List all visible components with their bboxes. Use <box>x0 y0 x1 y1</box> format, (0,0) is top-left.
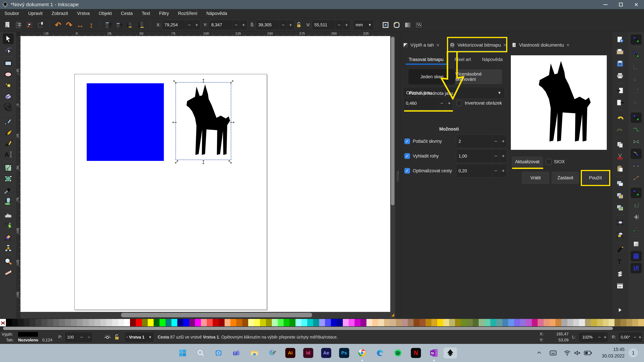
color-swatch[interactable] <box>567 319 573 326</box>
paste-icon[interactable] <box>615 164 625 174</box>
color-swatch[interactable] <box>431 319 437 326</box>
color-swatch[interactable] <box>384 319 390 326</box>
color-swatch[interactable] <box>426 319 431 326</box>
transform-pattern-toggle[interactable] <box>414 20 424 30</box>
siox-checkbox[interactable] <box>546 159 552 165</box>
color-swatch[interactable] <box>532 319 538 326</box>
menu-napoveda[interactable]: Nápověda <box>202 9 232 18</box>
ruler-corner[interactable] <box>16 32 20 36</box>
opacity-field[interactable]: 100 − + <box>64 332 93 343</box>
flip-vertical-icon[interactable]: ↕ <box>86 20 96 30</box>
color-swatch[interactable] <box>313 319 319 326</box>
apply-button[interactable]: Použít <box>582 171 608 184</box>
optimize-paths-checkbox[interactable]: ✓ <box>404 168 410 174</box>
color-swatch[interactable] <box>166 319 172 326</box>
rotate-ccw-icon[interactable]: ↶ <box>53 20 63 30</box>
color-swatch[interactable] <box>496 319 502 326</box>
teams-icon[interactable]: T <box>231 348 242 359</box>
color-swatch[interactable] <box>12 319 18 326</box>
tray-touch-keyboard-icon[interactable] <box>550 349 557 357</box>
horizontal-scrollbar[interactable] <box>20 312 390 318</box>
color-swatch[interactable] <box>106 319 112 326</box>
suppress-speckles-field[interactable]: 2 − + <box>456 134 507 148</box>
indesign-icon[interactable]: Id <box>303 348 314 359</box>
tray-battery-icon[interactable] <box>584 350 592 356</box>
snap-enable-toggle[interactable] <box>630 34 642 45</box>
color-swatch[interactable] <box>550 319 556 326</box>
color-swatch[interactable] <box>467 319 473 326</box>
selection-touch-icon[interactable] <box>36 20 46 30</box>
minimize-button[interactable] <box>598 0 613 9</box>
color-swatch[interactable] <box>626 319 632 326</box>
menu-objekt[interactable]: Objekt <box>94 9 116 18</box>
lock-ratio-icon[interactable] <box>296 22 302 28</box>
paint-icon[interactable] <box>267 348 278 359</box>
speckles-increment[interactable]: + <box>500 135 507 148</box>
menu-soubor[interactable]: Soubor <box>0 9 24 18</box>
x-increment[interactable]: + <box>193 20 200 30</box>
color-swatch[interactable] <box>219 319 224 326</box>
illustrator-icon[interactable]: Ai <box>285 348 296 359</box>
color-swatch[interactable] <box>420 319 426 326</box>
color-swatch[interactable] <box>591 319 597 326</box>
color-swatch[interactable] <box>449 319 455 326</box>
rotation-decrement[interactable]: − <box>632 332 638 343</box>
rotation-increment[interactable]: + <box>638 332 642 343</box>
stop-button[interactable]: Zastavit <box>551 171 580 184</box>
color-swatch[interactable] <box>307 319 313 326</box>
color-swatch[interactable] <box>526 319 532 326</box>
notification-badge[interactable]: 1 <box>628 348 638 358</box>
optimize-increment[interactable]: + <box>500 164 507 177</box>
color-swatch[interactable] <box>160 319 165 326</box>
single-scan-button[interactable]: Jeden sken <box>408 69 455 84</box>
color-swatch[interactable] <box>396 319 402 326</box>
multi-scan-button[interactable]: Vícenásobné skenování <box>455 69 502 84</box>
color-swatch[interactable] <box>349 319 354 326</box>
color-swatch[interactable] <box>354 319 360 326</box>
smooth-decrement[interactable]: − <box>492 149 500 163</box>
zoom-increment[interactable]: + <box>602 332 608 343</box>
color-swatch[interactable] <box>284 319 290 326</box>
color-swatch[interactable] <box>94 319 100 326</box>
rectangle-tool[interactable] <box>3 58 14 69</box>
tray-wifi-icon[interactable] <box>564 349 571 357</box>
color-swatch[interactable] <box>556 319 561 326</box>
color-swatch[interactable] <box>290 319 295 326</box>
color-swatch[interactable] <box>443 319 449 326</box>
netflix-icon[interactable]: N <box>410 348 422 359</box>
revert-button[interactable]: Vrátit <box>522 171 550 184</box>
deselect-icon[interactable] <box>25 20 34 30</box>
color-swatch[interactable] <box>455 319 461 326</box>
invert-image-checkbox[interactable] <box>456 100 462 106</box>
snap-object-center-toggle[interactable] <box>630 200 642 210</box>
tab-document-properties[interactable]: Vlastnosti dokumentu × <box>511 38 570 52</box>
flip-horizontal-icon[interactable]: ↔ <box>75 20 85 30</box>
color-swatch[interactable] <box>437 319 443 326</box>
paint-bucket-tool[interactable] <box>3 196 14 206</box>
color-swatch[interactable] <box>296 319 301 326</box>
canvas[interactable]: ↔ ↔ ↔ ↔ ↕ ↕ ↔ ↔ <box>20 36 390 312</box>
tray-chevron-up-icon[interactable] <box>536 350 542 356</box>
color-swatch[interactable] <box>142 319 148 326</box>
color-swatch[interactable] <box>148 319 154 326</box>
snap-bbox-edge-toggle[interactable] <box>630 61 642 72</box>
color-swatch[interactable] <box>337 319 343 326</box>
measure-tool[interactable] <box>3 267 14 278</box>
tab-trasovat-bitmapu[interactable]: Trasovat bitmapu <box>409 57 444 65</box>
snap-cusp-node-toggle[interactable] <box>630 149 642 159</box>
threshold-increment[interactable]: + <box>446 97 453 109</box>
snap-rotation-center-toggle[interactable] <box>630 212 642 222</box>
color-swatch[interactable] <box>372 319 378 326</box>
y-increment[interactable]: + <box>240 20 247 30</box>
object-properties-icon[interactable] <box>615 218 625 228</box>
transform-stroke-toggle[interactable] <box>381 20 390 30</box>
box3d-tool[interactable] <box>3 91 14 102</box>
color-swatch[interactable] <box>71 319 77 326</box>
color-swatch[interactable] <box>378 319 384 326</box>
color-swatch[interactable] <box>136 319 142 326</box>
tweak-tool[interactable] <box>3 209 14 220</box>
scale-handle-s[interactable]: ↕ <box>202 158 205 165</box>
node-tool[interactable] <box>3 44 14 55</box>
color-swatch[interactable] <box>461 319 467 326</box>
snap-bbox-midpoint-toggle[interactable] <box>630 85 642 96</box>
